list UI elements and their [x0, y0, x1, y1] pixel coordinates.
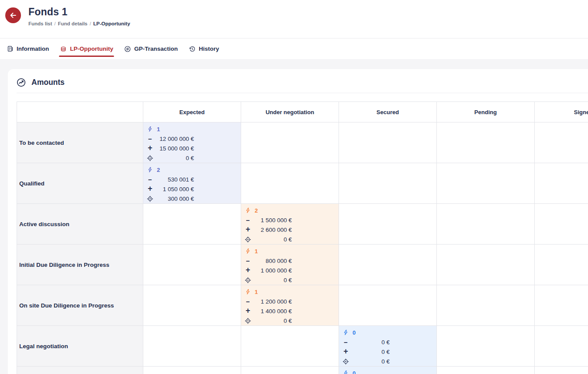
row-label: To be contacted	[17, 122, 143, 163]
amounts-card-header: Amounts	[17, 77, 588, 87]
empty-cell	[437, 163, 535, 204]
target-amount: 0 €	[252, 277, 292, 283]
tab-label: History	[199, 45, 219, 52]
breadcrumb-funds-list[interactable]: Funds list	[28, 21, 52, 26]
empty-cell	[339, 245, 437, 285]
empty-cell	[535, 163, 588, 204]
page-header: Fonds 1 Funds list / Fund details / LP-O…	[0, 0, 588, 38]
max-amount: 0 €	[349, 349, 390, 355]
empty-cell	[143, 367, 241, 374]
empty-cell	[535, 122, 588, 163]
amount-cell[interactable]: 1−800 000 €+1 000 000 €0 €	[241, 245, 339, 285]
tab-label: GP-Transaction	[134, 45, 178, 52]
back-button[interactable]	[5, 7, 21, 23]
target-amount: 0 €	[154, 155, 194, 161]
row-label: Active discussion	[17, 204, 143, 245]
coins-icon	[60, 45, 67, 52]
amount-cell[interactable]: 1−12 000 000 €+15 000 000 €0 €	[143, 122, 241, 163]
min-amount: 0 €	[349, 339, 390, 346]
row-label: On site Due Diligence in Progress	[17, 285, 143, 326]
tab-bar: Information LP-Opportunity GP-Transactio…	[0, 38, 588, 59]
amount-block: 1−800 000 €+1 000 000 €0 €	[241, 245, 339, 285]
bolt-icon	[342, 370, 349, 374]
opportunity-count: 1	[255, 289, 258, 295]
opportunity-count: 1	[255, 248, 258, 255]
empty-cell	[339, 163, 437, 204]
section-divider	[17, 93, 588, 93]
minus-icon: −	[342, 339, 349, 346]
empty-cell	[339, 122, 437, 163]
amount-cell[interactable]: 0−0 €+0 €0 €	[339, 367, 437, 374]
document-icon	[7, 45, 14, 52]
empty-cell	[241, 367, 339, 374]
amount-cell[interactable]: 2−530 001 €+1 050 000 €300 000 €	[143, 163, 241, 204]
row-label: Qualified	[17, 163, 143, 204]
opportunity-count: 0	[353, 329, 356, 336]
amount-block: 2−530 001 €+1 050 000 €300 000 €	[143, 163, 241, 203]
arrow-left-icon	[9, 11, 17, 20]
empty-cell	[437, 122, 535, 163]
bolt-icon	[244, 248, 252, 254]
min-amount: 1 200 000 €	[252, 298, 292, 305]
empty-cell	[437, 285, 535, 326]
history-icon	[189, 45, 196, 52]
opportunity-count: 2	[255, 207, 258, 214]
empty-cell	[535, 204, 588, 245]
minus-icon: −	[244, 258, 252, 264]
target-amount: 300 000 €	[154, 196, 194, 202]
amount-block: 2−1 500 000 €+2 600 000 €0 €	[241, 204, 339, 244]
target-icon	[244, 318, 252, 324]
minus-icon: −	[146, 176, 154, 183]
plus-icon: +	[244, 308, 252, 315]
breadcrumb: Funds list / Fund details / LP-Opportuni…	[28, 21, 130, 26]
empty-cell	[535, 285, 588, 326]
bolt-icon	[244, 289, 252, 295]
empty-cell	[143, 204, 241, 245]
amounts-table: ExpectedUnder negotiationSecuredPendingS…	[17, 101, 588, 374]
row-label: Legal negotiation	[17, 326, 143, 367]
column-header: Pending	[437, 102, 535, 122]
target-icon	[146, 155, 154, 161]
tab-gp-transaction[interactable]: GP-Transaction	[124, 38, 178, 59]
target-icon	[342, 358, 349, 365]
empty-cell	[241, 326, 339, 367]
min-amount: 530 001 €	[154, 176, 194, 183]
amount-cell[interactable]: 0−0 €+0 €0 €	[339, 326, 437, 367]
target-amount: 0 €	[349, 358, 390, 365]
tab-history[interactable]: History	[189, 38, 219, 59]
tab-information[interactable]: Information	[7, 38, 49, 59]
target-amount: 0 €	[252, 236, 292, 243]
min-amount: 800 000 €	[252, 258, 292, 264]
column-header: Expected	[143, 102, 241, 122]
tab-lp-opportunity[interactable]: LP-Opportunity	[60, 38, 113, 59]
corner-header	[17, 102, 143, 122]
breadcrumb-separator: /	[54, 21, 55, 26]
max-amount: 2 600 000 €	[252, 227, 292, 233]
row-label: Initial Due Diligence in Progress	[17, 245, 143, 285]
plus-icon: +	[146, 145, 154, 152]
min-amount: 1 500 000 €	[252, 217, 292, 224]
trend-circle-icon	[17, 78, 26, 87]
empty-cell	[241, 122, 339, 163]
max-amount: 1 400 000 €	[252, 308, 292, 315]
page-title: Fonds 1	[28, 6, 130, 18]
amount-block: 0−0 €+0 €0 €	[339, 367, 436, 374]
transaction-icon	[124, 45, 131, 52]
amount-cell[interactable]: 1−1 200 000 €+1 400 000 €0 €	[241, 285, 339, 326]
max-amount: 15 000 000 €	[154, 145, 194, 152]
bolt-icon	[342, 329, 349, 336]
minus-icon: −	[146, 136, 154, 142]
breadcrumb-fund-details[interactable]: Fund details	[58, 21, 88, 26]
opportunity-count: 2	[157, 167, 160, 173]
empty-cell	[241, 163, 339, 204]
amount-cell[interactable]: 2−1 500 000 €+2 600 000 €0 €	[241, 204, 339, 245]
empty-cell	[143, 285, 241, 326]
tab-label: Information	[17, 45, 49, 52]
plus-icon: +	[244, 226, 252, 233]
amounts-card: Amounts ExpectedUnder negotiationSecured…	[8, 69, 588, 374]
empty-cell	[143, 326, 241, 367]
bolt-icon	[146, 167, 154, 173]
empty-cell	[535, 326, 588, 367]
row-label	[17, 367, 143, 374]
minus-icon: −	[244, 217, 252, 224]
